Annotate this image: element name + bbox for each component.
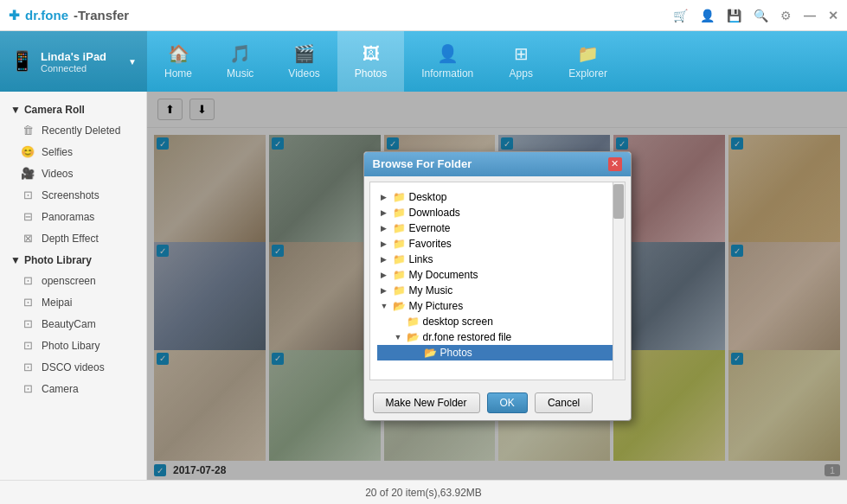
videos-icon: 🎬 xyxy=(293,43,315,64)
logo-plus: ✚ xyxy=(9,8,20,23)
sidebar-item-camera[interactable]: ⊡ Camera xyxy=(0,378,146,399)
tab-photos-label: Photos xyxy=(355,67,387,80)
folder-name-links: Links xyxy=(409,253,433,265)
device-section[interactable]: 📱 Linda's iPad Connected ▼ xyxy=(0,31,147,92)
content-area: ⬆ ⬇ ✓ ✓ ✓ ✓ ✓ ✓ xyxy=(147,92,847,480)
folder-item-my-pictures[interactable]: ▼ 📂 My Pictures xyxy=(377,298,618,314)
sidebar-item-selfies[interactable]: 😊 Selfies xyxy=(0,141,146,163)
beautycam-icon: ⊡ xyxy=(21,317,35,330)
folder-arrow: ▶ xyxy=(381,271,389,279)
videos-label: Videos xyxy=(42,168,73,180)
sidebar: ▼ Camera Roll 🗑 Recently Deleted 😊 Selfi… xyxy=(0,92,147,480)
tab-apps[interactable]: ⊞ Apps xyxy=(491,31,551,92)
ok-button[interactable]: OK xyxy=(487,392,528,413)
title-bar: ✚ dr.fone -Transfer 🛒 👤 💾 🔍 ⚙ — ✕ xyxy=(0,0,847,31)
folder-icon: 📁 xyxy=(393,284,406,297)
tab-music[interactable]: 🎵 Music xyxy=(209,31,271,92)
cart-icon[interactable]: 🛒 xyxy=(673,9,688,22)
recently-deleted-icon: 🗑 xyxy=(21,124,35,137)
dialog-title: Browse For Folder xyxy=(373,157,472,170)
tab-information[interactable]: 👤 Information xyxy=(404,31,491,92)
openscreen-label: openscreen xyxy=(42,275,96,287)
tab-home[interactable]: 🏠 Home xyxy=(147,31,209,92)
folder-item-my-music[interactable]: ▶ 📁 My Music xyxy=(377,283,618,298)
folder-item-desktop-screen[interactable]: 📁 desktop screen xyxy=(377,314,618,329)
app-name: dr.fone xyxy=(25,8,68,22)
folder-arrow: ▼ xyxy=(381,302,389,310)
dialog-footer: Make New Folder OK Cancel xyxy=(364,386,631,420)
tab-information-label: Information xyxy=(421,67,473,80)
sidebar-item-videos[interactable]: 🎥 Videos xyxy=(0,163,146,184)
folder-item-photos[interactable]: 📂 Photos xyxy=(377,345,618,360)
tab-music-label: Music xyxy=(227,67,253,80)
save-icon[interactable]: 💾 xyxy=(727,9,741,22)
folder-item-links[interactable]: ▶ 📁 Links xyxy=(377,252,618,267)
folder-item-favorites[interactable]: ▶ 📁 Favorites xyxy=(377,236,618,252)
scrollbar-thumb xyxy=(613,184,624,219)
folder-name-my-documents: My Documents xyxy=(409,269,478,281)
tab-videos[interactable]: 🎬 Videos xyxy=(271,31,337,92)
depth-effect-label: Depth Effect xyxy=(42,233,99,245)
meipai-label: Meipai xyxy=(42,297,72,309)
sidebar-item-meipai[interactable]: ⊡ Meipai xyxy=(0,291,146,313)
photo-library-label: Photo Library xyxy=(24,254,92,266)
beautycam-label: BeautyCam xyxy=(42,318,96,330)
folder-arrow: ▶ xyxy=(381,224,389,233)
sidebar-item-photo-library[interactable]: ⊡ Photo Libary xyxy=(0,335,146,356)
depth-effect-icon: ⊠ xyxy=(21,232,35,245)
app-subtitle: -Transfer xyxy=(74,8,129,22)
cancel-button[interactable]: Cancel xyxy=(535,392,593,413)
folder-name-desktop: Desktop xyxy=(409,191,447,203)
search-icon[interactable]: 🔍 xyxy=(754,9,768,22)
folder-arrow: ▶ xyxy=(381,239,389,248)
dialog-scrollbar[interactable] xyxy=(613,182,625,380)
nav-tabs: 🏠 Home 🎵 Music 🎬 Videos 🖼 Photos 👤 Infor… xyxy=(147,31,847,92)
folder-name-drfone: dr.fone restored file xyxy=(423,331,512,343)
folder-name-evernote: Evernote xyxy=(409,222,451,234)
tab-explorer[interactable]: 📁 Explorer xyxy=(551,31,625,92)
dialog-overlay: Browse For Folder ✕ ▶ 📁 Desktop ▶ xyxy=(147,92,847,480)
sidebar-item-panoramas[interactable]: ⊟ Panoramas xyxy=(0,206,146,227)
folder-name-my-pictures: My Pictures xyxy=(409,300,464,312)
folder-item-evernote[interactable]: ▶ 📁 Evernote xyxy=(377,220,618,236)
videos-icon: 🎥 xyxy=(21,167,35,180)
folder-icon: 📁 xyxy=(393,207,406,219)
device-name: Linda's iPad xyxy=(41,50,121,63)
panoramas-label: Panoramas xyxy=(42,211,94,223)
folder-item-desktop[interactable]: ▶ 📁 Desktop xyxy=(377,189,618,205)
apps-icon: ⊞ xyxy=(514,43,529,64)
status-bar: 20 of 20 item(s),63.92MB xyxy=(0,480,847,504)
close-button[interactable]: ✕ xyxy=(828,9,838,22)
sidebar-item-openscreen[interactable]: ⊡ openscreen xyxy=(0,270,146,291)
folder-arrow: ▶ xyxy=(381,193,389,201)
status-text: 20 of 20 item(s),63.92MB xyxy=(365,487,482,499)
dialog-body[interactable]: ▶ 📁 Desktop ▶ 📁 Downloads ▶ xyxy=(369,182,626,380)
dsco-label: DSCO videos xyxy=(42,361,105,373)
folder-tree: ▶ 📁 Desktop ▶ 📁 Downloads ▶ xyxy=(377,189,618,360)
device-dropdown-arrow[interactable]: ▼ xyxy=(128,57,137,67)
sidebar-item-dsco[interactable]: ⊡ DSCO videos xyxy=(0,356,146,378)
selfies-icon: 😊 xyxy=(21,145,35,158)
folder-icon: 📁 xyxy=(393,222,406,234)
dialog-titlebar: Browse For Folder ✕ xyxy=(364,152,631,176)
folder-icon: 📁 xyxy=(393,269,406,281)
make-new-folder-button[interactable]: Make New Folder xyxy=(373,392,480,413)
camera-label: Camera xyxy=(42,383,79,395)
settings-icon[interactable]: ⚙ xyxy=(780,9,792,22)
browse-folder-dialog: Browse For Folder ✕ ▶ 📁 Desktop ▶ xyxy=(363,151,632,421)
sidebar-item-screenshots[interactable]: ⊡ Screenshots xyxy=(0,184,146,206)
user-icon[interactable]: 👤 xyxy=(700,9,715,22)
minimize-button[interactable]: — xyxy=(804,9,816,22)
folder-item-my-documents[interactable]: ▶ 📁 My Documents xyxy=(377,267,618,283)
sidebar-item-beautycam[interactable]: ⊡ BeautyCam xyxy=(0,313,146,335)
folder-item-downloads[interactable]: ▶ 📁 Downloads xyxy=(377,205,618,220)
tab-photos[interactable]: 🖼 Photos xyxy=(337,31,404,92)
sidebar-item-recently-deleted[interactable]: 🗑 Recently Deleted xyxy=(0,119,146,141)
dialog-close-button[interactable]: ✕ xyxy=(608,157,622,171)
photo-library-section: ▼ Photo Library xyxy=(0,249,146,270)
folder-arrow: ▶ xyxy=(381,255,389,264)
folder-item-drfone-restored[interactable]: ▼ 📂 dr.fone restored file xyxy=(377,329,618,345)
device-info: Linda's iPad Connected xyxy=(41,50,121,73)
sidebar-item-depth-effect[interactable]: ⊠ Depth Effect xyxy=(0,227,146,249)
folder-name-desktop-screen: desktop screen xyxy=(423,316,493,328)
